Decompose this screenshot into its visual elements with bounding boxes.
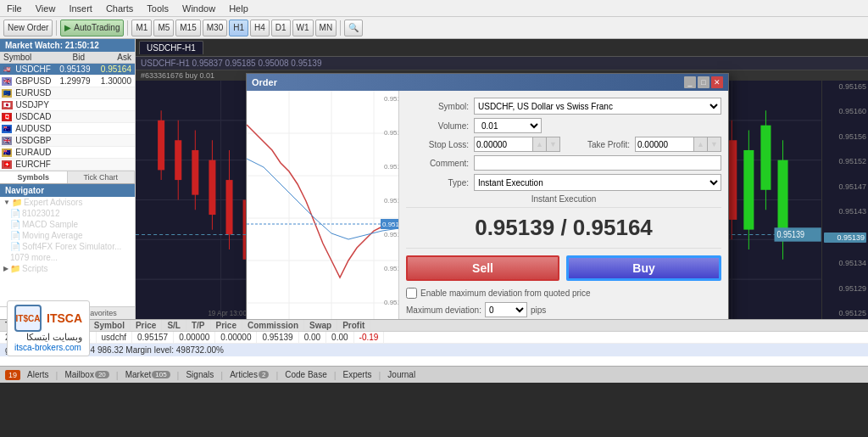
mw-row-euraud[interactable]: 🇦🇺 EURAUD <box>0 147 135 159</box>
mw-row-usdgbp[interactable]: 🇬🇧 USDGBP <box>0 135 135 147</box>
form-row-volume: Volume: 0.01 <box>406 118 721 133</box>
expand-icon-scripts: ▶ <box>3 265 8 272</box>
term-col-commission: Commission <box>242 320 304 331</box>
btm-sep-2: | <box>116 370 119 380</box>
term-col-symbol: Symbol <box>89 320 131 331</box>
tf-m5[interactable]: M5 <box>153 20 174 36</box>
mw-row-usdcad[interactable]: 🇨🇦 USDCAD <box>0 111 135 123</box>
mw-row-eurusd[interactable]: 🇪🇺 EURUSD <box>0 87 135 99</box>
stop-loss-input[interactable] <box>474 137 533 152</box>
menu-file[interactable]: File <box>0 3 29 14</box>
btm-tab-articles[interactable]: Articles 2 <box>230 370 269 379</box>
dialog-minimize-button[interactable]: _ <box>684 76 696 88</box>
flag-usdgbp: 🇬🇧 <box>2 137 12 145</box>
nav-label-81023012: 81023012 <box>22 209 60 218</box>
nav-item-soft4fx[interactable]: 📄 Soft4FX Forex Simulator... <box>0 241 135 252</box>
stop-loss-down[interactable]: ▼ <box>547 137 560 152</box>
tf-m30[interactable]: M30 <box>203 20 227 36</box>
mw-row-usdjpy[interactable]: 🇯🇵 USDJPY <box>0 99 135 111</box>
price-label-5: 0.95147 <box>824 182 866 191</box>
btm-badge-articles: 2 <box>259 371 269 378</box>
tf-mn[interactable]: MN <box>315 20 337 36</box>
flag-eurusd: 🇪🇺 <box>2 89 12 98</box>
mw-sym-eurchf: EURCHF <box>14 159 53 170</box>
autotrading-button[interactable]: ▶ AutoTrading <box>60 20 124 36</box>
menu-help[interactable]: Help <box>222 3 255 14</box>
buy-button[interactable]: Buy <box>566 255 721 281</box>
tf-h1[interactable]: H1 <box>229 20 248 36</box>
chart-area: USDCHF-H1 USDCHF-H1 0.95837 0.95185 0.95… <box>136 39 868 319</box>
tf-w1[interactable]: W1 <box>292 20 314 36</box>
btm-tab-market[interactable]: Market 105 <box>125 370 170 379</box>
nav-icon-scripts: 📁 <box>10 264 20 273</box>
chart-header-text: USDCHF-H1 0.95837 0.95185 0.95008 0.9513… <box>141 59 321 68</box>
svg-text:0.95139: 0.95139 <box>384 299 399 306</box>
nav-item-expert-advisors[interactable]: ▼ 📁 Expert Advisors <box>0 197 135 208</box>
flag-usdcad: 🇨🇦 <box>2 113 12 121</box>
btm-tab-alerts-label: Alerts <box>27 370 49 379</box>
btm-sep-4: | <box>220 370 223 380</box>
nav-item-scripts[interactable]: ▶ 📁 Scripts <box>0 263 135 274</box>
market-watch-header: Symbol Bid Ask <box>0 52 135 64</box>
btm-tab-mailbox-label: Mailbox <box>64 370 93 379</box>
svg-text:0.95165: 0.95165 <box>384 95 399 103</box>
dialog-maximize-button[interactable]: □ <box>698 76 709 88</box>
btm-tab-journal[interactable]: Journal <box>387 370 415 379</box>
term-symbol: usdchf <box>97 332 132 343</box>
tf-d1[interactable]: D1 <box>271 20 291 36</box>
dialog-titlebar: Order _ □ ✕ <box>247 74 728 91</box>
nav-item-moving-average[interactable]: 📄 Moving Average <box>0 230 135 241</box>
max-deviation-select[interactable]: 0 <box>485 302 527 317</box>
price-sep: / <box>560 215 572 240</box>
market-watch-rows: 🇺🇸 USDCHF 0.95139 0.95164 🇬🇧 GBPUSD 1.29… <box>0 64 135 171</box>
chart-tab-usdchf-h1[interactable]: USDCHF-H1 <box>139 41 203 54</box>
search-button[interactable]: 🔍 <box>344 20 363 36</box>
market-watch-tabs: Symbols Tick Chart <box>0 171 135 183</box>
tf-m15[interactable]: M15 <box>175 20 200 36</box>
term-col-profit: Profit <box>337 320 370 331</box>
tab-tick-chart[interactable]: Tick Chart <box>68 171 136 183</box>
new-order-button[interactable]: New Order <box>3 20 53 36</box>
order-dialog[interactable]: Order _ □ ✕ <box>246 73 729 319</box>
tf-h4[interactable]: H4 <box>250 20 270 36</box>
mw-row-usdchf[interactable]: 🇺🇸 USDCHF 0.95139 0.95164 <box>0 64 135 76</box>
btm-tab-codebase-label: Code Base <box>285 370 326 379</box>
tf-m1[interactable]: M1 <box>131 20 152 36</box>
btm-tab-codebase[interactable]: Code Base <box>285 370 326 379</box>
bottom-tabs: 19 Alerts | Mailbox 20 | Market 105 | Si… <box>0 366 868 383</box>
nav-item-more[interactable]: 1079 more... <box>0 252 135 263</box>
toolbar-sep-1 <box>56 20 57 36</box>
nav-label-macd: MACD Sample <box>22 220 78 229</box>
menu-window[interactable]: Window <box>175 3 222 14</box>
mw-row-audusd[interactable]: 🇦🇺 AUDUSD <box>0 123 135 135</box>
svg-rect-54 <box>760 126 771 190</box>
menu-view[interactable]: View <box>29 3 63 14</box>
terminal-row-1[interactable]: 21:49:50 buy 0.01 usdchf 0.95157 0.00000… <box>0 332 868 344</box>
comment-input[interactable] <box>474 155 721 171</box>
symbol-select[interactable]: USDCHF, US Dollar vs Swiss Franc <box>474 98 721 115</box>
stop-loss-up[interactable]: ▲ <box>533 137 547 152</box>
btm-tab-experts[interactable]: Experts <box>343 370 372 379</box>
sell-button[interactable]: Sell <box>406 255 559 281</box>
btm-tab-alerts[interactable]: Alerts <box>27 370 49 379</box>
nav-icon-soft4fx: 📄 <box>10 242 20 251</box>
btm-tab-signals[interactable]: Signals <box>186 370 214 379</box>
mw-row-eurchf[interactable]: 🇨🇭 EURCHF <box>0 159 135 171</box>
nav-item-macd[interactable]: 📄 MACD Sample <box>0 219 135 230</box>
type-select[interactable]: Instant Execution <box>474 174 721 191</box>
btm-tab-mailbox[interactable]: Mailbox 20 <box>64 370 108 379</box>
nav-item-81023012[interactable]: 📄 81023012 <box>0 208 135 219</box>
volume-select[interactable]: 0.01 <box>474 118 542 133</box>
take-profit-down[interactable]: ▼ <box>708 137 721 152</box>
take-profit-up[interactable]: ▲ <box>694 137 708 152</box>
tab-symbols[interactable]: Symbols <box>0 171 68 183</box>
enable-deviation-checkbox[interactable] <box>406 288 417 299</box>
stop-loss-group: Stop Loss: ▲ ▼ <box>406 137 560 152</box>
dialog-close-button[interactable]: ✕ <box>711 76 723 88</box>
menu-insert[interactable]: Insert <box>62 3 99 14</box>
menu-tools[interactable]: Tools <box>140 3 175 14</box>
btm-sep-3: | <box>177 370 180 380</box>
take-profit-input[interactable] <box>635 137 694 152</box>
mw-row-gbpusd[interactable]: 🇬🇧 GBPUSD 1.29979 1.30000 <box>0 76 135 87</box>
menu-charts[interactable]: Charts <box>99 3 140 14</box>
